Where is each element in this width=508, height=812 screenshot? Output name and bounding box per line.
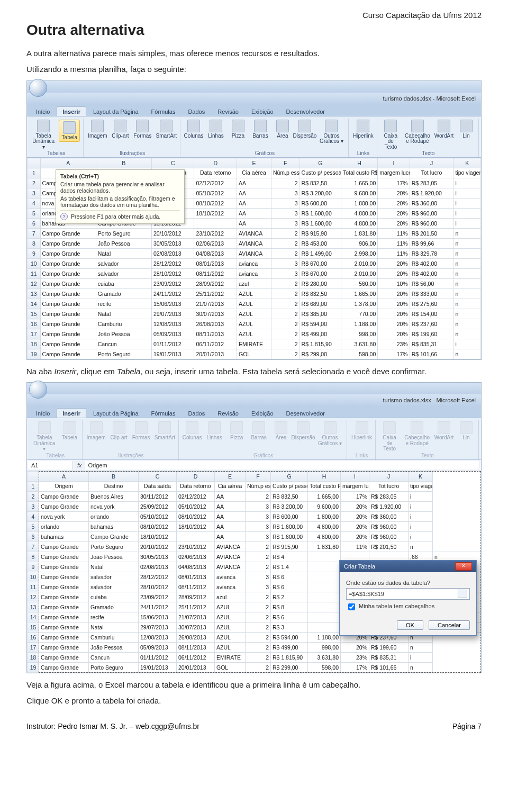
cell[interactable]: salvador <box>96 259 151 269</box>
column-header-A[interactable]: A <box>39 471 89 481</box>
column-header-A[interactable]: A <box>40 158 96 168</box>
cell[interactable]: 20/10/2012 <box>139 542 177 552</box>
cell[interactable]: R$ 835,31 <box>369 652 409 662</box>
cell[interactable]: R$ 101,66 <box>369 662 409 672</box>
cell[interactable]: AVIANCA <box>215 542 246 552</box>
cell[interactable]: Campo Grande <box>40 289 96 299</box>
cell[interactable]: 3 <box>246 521 271 531</box>
cell[interactable]: 30/07/2013 <box>177 622 215 632</box>
row-header[interactable]: 1 <box>28 168 41 178</box>
cell[interactable]: 20% <box>378 319 410 329</box>
cell[interactable]: 9.600,00 <box>308 501 341 511</box>
cell[interactable]: Campo Grande <box>39 632 89 642</box>
ribbon-tabela[interactable]: Tabela <box>59 120 80 142</box>
cell[interactable]: 20% <box>341 511 369 521</box>
cell[interactable]: 05/09/2013 <box>151 329 194 339</box>
cell[interactable]: R$ 3 <box>271 622 308 632</box>
header-cell[interactable]: margem lucro pp <box>341 481 369 491</box>
cell[interactable]: 1.800,00 <box>341 199 377 209</box>
ribbon-hiperlink[interactable]: Hiperlink <box>353 120 374 139</box>
cell[interactable]: 28/12/2012 <box>151 259 194 269</box>
cell[interactable]: 25/09/2012 <box>139 501 177 511</box>
tab-f-rmulas[interactable]: Fórmulas <box>146 106 182 116</box>
cell[interactable] <box>308 622 341 632</box>
header-cell[interactable]: Núm.p essoas <box>246 481 271 491</box>
formula-input[interactable]: Origem <box>85 461 479 470</box>
cell[interactable]: João Pessoa <box>89 642 139 652</box>
cell[interactable]: Campo Grande <box>39 592 89 602</box>
cell[interactable]: R$ 329,78 <box>410 249 453 259</box>
row-header[interactable]: 11 <box>28 582 39 592</box>
column-header-G[interactable]: G <box>271 471 308 481</box>
cell[interactable]: R$ 333,00 <box>410 289 453 299</box>
cell[interactable]: Campo Grande <box>39 662 89 672</box>
cell[interactable]: 598,00 <box>308 662 341 672</box>
cell[interactable]: 1.800,00 <box>308 511 341 521</box>
row-header[interactable]: 13 <box>28 602 39 612</box>
row-header[interactable]: 17 <box>28 329 41 339</box>
cell[interactable]: Campo Grande <box>39 501 89 511</box>
column-header-B[interactable]: B <box>96 158 151 168</box>
cell[interactable]: 23% <box>341 652 369 662</box>
row-header[interactable]: 4 <box>28 199 41 209</box>
cell[interactable]: 20% <box>378 329 410 339</box>
cell[interactable]: AA <box>237 219 271 229</box>
cell[interactable]: 12/08/2013 <box>151 319 194 329</box>
cell[interactable]: AZUL <box>237 309 271 319</box>
cell[interactable]: R$ 1.600,00 <box>271 531 308 542</box>
cell[interactable]: Campo Grande <box>39 622 89 632</box>
tab-inserir[interactable]: Inserir <box>57 106 86 116</box>
cell[interactable]: R$ 1.815,90 <box>271 652 308 662</box>
column-header-C[interactable]: C <box>151 158 194 168</box>
cell[interactable]: 28/10/2012 <box>151 269 194 279</box>
row-header[interactable]: 3 <box>28 501 39 511</box>
cell[interactable]: R$ 154,00 <box>410 309 453 319</box>
ribbon-cabe-alho-e-rodap-[interactable]: Cabeçalho e Rodapé <box>404 120 431 145</box>
cell[interactable]: 30/11/2012 <box>139 491 177 501</box>
cell[interactable] <box>194 219 237 229</box>
ribbon-dispers-o[interactable]: Dispersão <box>294 421 312 441</box>
cell[interactable]: Campo Grande <box>40 239 96 249</box>
cell[interactable]: i <box>409 511 433 521</box>
tab-in-cio[interactable]: Início <box>30 408 56 418</box>
cell[interactable]: 598,00 <box>341 349 377 359</box>
column-header-I[interactable]: I <box>378 158 410 168</box>
select-all-corner[interactable] <box>28 158 41 168</box>
cell[interactable]: Buenos Aires <box>89 491 139 501</box>
ribbon-clip-art[interactable]: Clip-art <box>111 120 129 139</box>
cell[interactable]: 20% <box>378 259 410 269</box>
ribbon-caixa-de-texto[interactable]: Caixa de Texto <box>382 120 400 150</box>
cell[interactable]: Cancun <box>96 339 151 349</box>
cell[interactable]: 28/10/2012 <box>139 582 177 592</box>
checkbox-headers[interactable]: Minha tabela tem cabeçalhos <box>346 603 434 609</box>
cell[interactable]: R$ 275,60 <box>410 299 453 309</box>
cell[interactable]: 18/10/2012 <box>177 521 215 531</box>
checkbox-input[interactable] <box>348 603 355 610</box>
header-cell[interactable]: Data retorno <box>177 481 215 491</box>
range-input[interactable]: =$A$1:$K$19 <box>346 588 470 600</box>
cell[interactable]: n <box>409 642 433 652</box>
cell[interactable]: Campo Grande <box>39 642 89 652</box>
cell[interactable]: 2 <box>271 229 300 239</box>
cell[interactable]: R$ 6 <box>271 582 308 592</box>
cancel-button[interactable]: Cancelar <box>429 620 470 630</box>
column-header-D[interactable]: D <box>177 471 215 481</box>
cell[interactable]: 05/09/2013 <box>139 642 177 652</box>
cell[interactable]: 24/11/2012 <box>139 602 177 612</box>
row-header[interactable]: 4 <box>28 511 39 521</box>
header-cell[interactable]: Data saída <box>139 481 177 491</box>
row-header[interactable]: 9 <box>28 249 41 259</box>
office-button-icon[interactable] <box>29 381 47 399</box>
cell[interactable]: 20% <box>378 199 410 209</box>
ribbon-linhas[interactable]: Linhas <box>205 421 223 441</box>
cell[interactable]: 20% <box>378 309 410 319</box>
cell[interactable]: 1.378,00 <box>341 299 377 309</box>
cell[interactable]: Campo Grande <box>40 349 96 359</box>
cell[interactable]: AA <box>215 531 246 542</box>
cell[interactable]: R$ 299,00 <box>300 349 341 359</box>
cell[interactable]: salvador <box>89 582 139 592</box>
ribbon--rea[interactable]: Área <box>274 120 292 139</box>
cell[interactable]: recife <box>89 612 139 622</box>
cell[interactable] <box>308 592 341 602</box>
cell[interactable]: 26/08/2013 <box>194 319 237 329</box>
